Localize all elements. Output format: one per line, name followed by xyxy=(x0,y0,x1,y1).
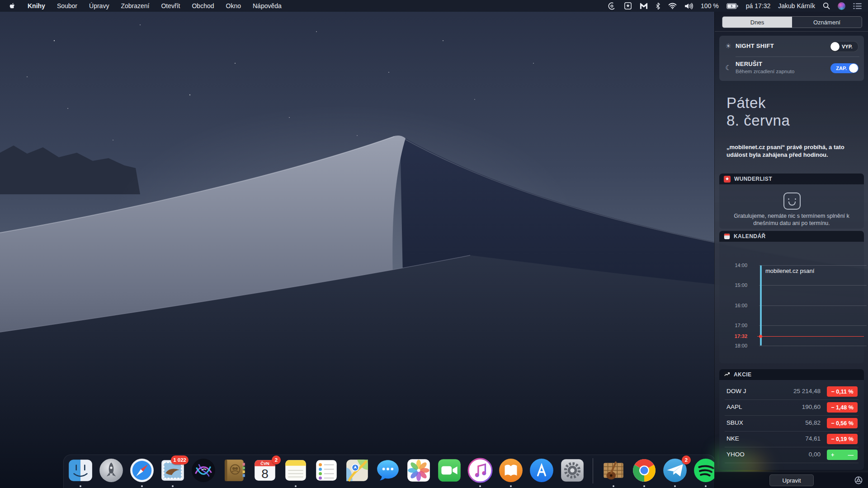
menu-n-pov-da[interactable]: Nápověda xyxy=(253,2,282,9)
battery-percent: 100 % xyxy=(701,2,719,9)
dock-item-calendar[interactable]: ČVN82 xyxy=(252,457,278,483)
svg-text:ČVN: ČVN xyxy=(260,461,269,466)
stock-row-nke[interactable]: NKE74,61− 0,19 % xyxy=(719,431,864,447)
tab-today[interactable]: Dnes xyxy=(722,17,792,28)
menu-clock[interactable]: pá 17:32 xyxy=(746,2,771,9)
dock-item-finder[interactable] xyxy=(67,457,94,483)
dock-item-messages[interactable] xyxy=(375,457,401,483)
stock-value: 0,00 xyxy=(809,451,821,458)
do-not-disturb-row: ☾ NERUŠIT Během zrcadlení zapnuto ZAP. xyxy=(719,56,864,81)
siri-menu-icon[interactable] xyxy=(838,2,845,10)
calendar-gridline xyxy=(759,346,867,346)
menu-app-name[interactable]: Knihy xyxy=(28,2,45,9)
calendar-hour-label: 16:00 xyxy=(720,303,747,308)
apple-logo-icon[interactable] xyxy=(9,2,16,10)
running-indicator xyxy=(172,485,174,487)
badge: 2 xyxy=(272,455,281,465)
tab-notifications[interactable]: Oznámení xyxy=(792,17,862,28)
wunderlist-message: Gratulujeme, nemáte nic s termínem splně… xyxy=(724,212,859,227)
adobe-creative-cloud-icon[interactable] xyxy=(608,2,616,10)
wunderlist-icon xyxy=(724,176,731,183)
spotlight-search-icon[interactable] xyxy=(823,2,830,10)
running-indicator xyxy=(674,485,676,487)
sun-icon: ☀ xyxy=(724,42,733,50)
svg-text:8: 8 xyxy=(261,467,269,481)
nc-footer: Upravit xyxy=(715,472,868,488)
dock-item-books[interactable] xyxy=(498,457,524,483)
stock-symbol: DOW J xyxy=(726,388,746,394)
dock-item-mail[interactable]: 1 022 xyxy=(160,457,186,483)
dock-item-reminders[interactable] xyxy=(313,457,340,483)
stock-change-badge: − 0,19 % xyxy=(827,434,858,444)
battery-icon[interactable] xyxy=(726,2,738,10)
stock-value: 25 214,48 xyxy=(793,388,821,394)
dock-item-itunes[interactable] xyxy=(467,457,493,483)
menu-user-name[interactable]: Jakub Kárník xyxy=(778,2,815,9)
dock-divider xyxy=(593,458,593,483)
dock-item-telegram[interactable]: 2 xyxy=(662,457,688,483)
menu-otev-t[interactable]: Otevřít xyxy=(161,2,180,9)
badge: 2 xyxy=(682,455,691,465)
toggle-knob xyxy=(830,42,840,51)
running-indicator xyxy=(643,485,645,487)
wunderlist-header[interactable]: WUNDERLIST xyxy=(719,174,864,184)
password-manager-icon[interactable] xyxy=(624,2,632,10)
menu-soubor[interactable]: Soubor xyxy=(57,2,77,9)
dock-item-chrome[interactable] xyxy=(631,457,657,483)
wifi-icon[interactable] xyxy=(668,2,677,10)
night-shift-label: NIGHT SHIFT xyxy=(736,42,774,49)
notification-center-icon[interactable] xyxy=(853,2,862,10)
dock-item-photos[interactable] xyxy=(406,457,432,483)
calendar-event-title[interactable]: mobilenet.cz psaní xyxy=(765,267,814,274)
malwarebytes-icon[interactable] xyxy=(640,2,648,10)
divider xyxy=(715,31,868,32)
dnd-toggle[interactable]: ZAP. xyxy=(830,63,859,73)
calendar-header[interactable]: KALENDÁŘ xyxy=(719,231,864,242)
stock-symbol: SBUX xyxy=(726,419,743,426)
stock-row-sbux[interactable]: SBUX56,82− 0,56 % xyxy=(719,415,864,431)
dock-item-contacts[interactable] xyxy=(221,457,247,483)
stocks-header[interactable]: AKCIE xyxy=(719,369,864,380)
calendar-title: KALENDÁŘ xyxy=(734,233,766,239)
bluetooth-icon[interactable] xyxy=(656,2,660,10)
menu-obchod[interactable]: Obchod xyxy=(192,2,214,9)
calendar-gridline xyxy=(759,305,867,306)
night-shift-row: ☀ NIGHT SHIFT VYP. xyxy=(719,36,864,56)
dock-item-siri[interactable] xyxy=(190,457,217,483)
stock-value: 56,82 xyxy=(805,419,821,426)
edit-widgets-button[interactable]: Upravit xyxy=(769,474,814,486)
calendar-gridline xyxy=(759,265,867,266)
wunderlist-title: WUNDERLIST xyxy=(734,176,772,182)
calendar-hour-label: 14:00 xyxy=(720,263,747,268)
calendar-widget: KALENDÁŘ 14:0015:0016:0017:0018:00 mobil… xyxy=(719,231,864,363)
stock-change-badge: − 0,11 % xyxy=(827,386,858,397)
volume-icon[interactable] xyxy=(684,2,693,10)
notification-center-panel: Dnes Oznámení ☀ NIGHT SHIFT VYP. ☾ NERUŠ… xyxy=(714,12,868,488)
badge: 1 022 xyxy=(171,455,189,465)
menu-okno[interactable]: Okno xyxy=(226,2,241,9)
dock-item-notes[interactable] xyxy=(283,457,309,483)
dnd-sublabel: Během zrcadlení zapnuto xyxy=(736,69,794,74)
current-time-dot xyxy=(759,335,762,338)
night-shift-toggle[interactable]: VYP. xyxy=(830,41,859,52)
toggle-knob xyxy=(849,64,858,73)
dock-item-facetime[interactable] xyxy=(436,457,462,483)
dock-item-maps[interactable] xyxy=(344,457,370,483)
widget-settings-icon[interactable] xyxy=(854,476,863,485)
moon-icon: ☾ xyxy=(724,64,733,72)
night-shift-state: VYP. xyxy=(842,44,853,49)
dock-item-garageband[interactable] xyxy=(600,457,627,483)
stock-row-aapl[interactable]: AAPL190,60− 1,48 % xyxy=(719,399,864,415)
nc-tab-switcher: Dnes Oznámení xyxy=(722,16,862,28)
dock-item-app-store[interactable] xyxy=(528,457,555,483)
dock-item-system-preferences[interactable] xyxy=(559,457,585,483)
dock-item-launchpad[interactable] xyxy=(98,457,124,483)
stock-row-yhoo[interactable]: YHOO0,00+— xyxy=(719,447,864,463)
stock-row-dow-j[interactable]: DOW J25 214,48− 0,11 % xyxy=(719,384,864,399)
stock-value: 190,60 xyxy=(802,404,821,410)
dock-item-safari[interactable] xyxy=(129,457,155,483)
stocks-widget: AKCIE DOW J25 214,48− 0,11 %AAPL190,60− … xyxy=(719,369,864,470)
menu--pravy[interactable]: Úpravy xyxy=(89,2,109,9)
date-weekday: Pátek xyxy=(726,94,766,112)
menu-zobrazen-[interactable]: Zobrazení xyxy=(121,2,149,9)
